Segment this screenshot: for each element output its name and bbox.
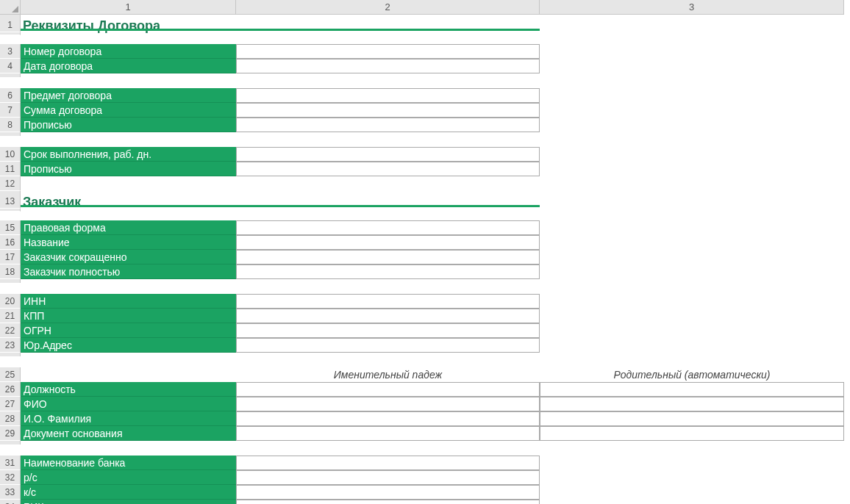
label-full[interactable]: Заказчик полностью <box>21 264 236 279</box>
label-bank-name[interactable]: Наименование банка <box>21 456 236 470</box>
row-header-29[interactable]: 29 <box>0 426 21 441</box>
row-spacer-24 <box>0 353 21 356</box>
row-spacer-30 <box>0 441 21 444</box>
section-underline-2 <box>21 205 540 207</box>
label-bik[interactable]: БИК <box>21 500 236 504</box>
row-header-3[interactable]: 3 <box>0 44 21 59</box>
row-header-21[interactable]: 21 <box>0 309 21 323</box>
section-underline-1 <box>21 29 540 31</box>
label-short[interactable]: Заказчик сокращенно <box>21 250 236 264</box>
label-amount-words[interactable]: Прописью <box>21 118 236 132</box>
header-nominative[interactable]: Именительный падеж <box>236 367 540 382</box>
row-header-32[interactable]: 32 <box>0 470 21 485</box>
label-kpp[interactable]: КПП <box>21 309 236 323</box>
input-acct[interactable] <box>236 470 540 485</box>
label-contract-date[interactable]: Дата договора <box>21 59 236 73</box>
label-deadline[interactable]: Срок выполнения, раб. дн. <box>21 147 236 162</box>
input-amount[interactable] <box>236 103 540 118</box>
input-legal-form[interactable] <box>236 220 540 235</box>
row-header-11[interactable]: 11 <box>0 162 21 176</box>
select-all-corner[interactable] <box>0 0 21 15</box>
row-header-34[interactable]: 34 <box>0 500 21 504</box>
label-amount[interactable]: Сумма договора <box>21 103 236 118</box>
input-basis-doc-gen[interactable] <box>540 426 844 441</box>
row-header-8[interactable]: 8 <box>0 118 21 132</box>
col-header-1[interactable]: 1 <box>21 0 236 15</box>
label-io-surname[interactable]: И.О. Фамилия <box>21 411 236 426</box>
input-full[interactable] <box>236 264 540 279</box>
input-amount-words[interactable] <box>236 118 540 132</box>
input-io-surname-gen[interactable] <box>540 411 844 426</box>
row-spacer-9 <box>0 132 21 136</box>
input-kpp[interactable] <box>236 309 540 323</box>
row-header-27[interactable]: 27 <box>0 397 21 411</box>
label-corr-acct[interactable]: к/с <box>21 485 236 500</box>
col-header-3[interactable]: 3 <box>540 0 844 15</box>
row-spacer-19 <box>0 279 21 283</box>
row-spacer-5 <box>0 73 21 77</box>
row-header-28[interactable]: 28 <box>0 411 21 426</box>
label-addr[interactable]: Юр.Адрес <box>21 338 236 353</box>
input-addr[interactable] <box>236 338 540 353</box>
row-header-12[interactable]: 12 <box>0 176 21 191</box>
input-contract-no[interactable] <box>236 44 540 59</box>
input-position-gen[interactable] <box>540 382 844 397</box>
row-header-33[interactable]: 33 <box>0 485 21 500</box>
row-header-18[interactable]: 18 <box>0 264 21 279</box>
input-bank-name[interactable] <box>236 456 540 470</box>
input-io-surname-nom[interactable] <box>236 411 540 426</box>
row-header-17[interactable]: 17 <box>0 250 21 264</box>
row-header-23[interactable]: 23 <box>0 338 21 353</box>
input-corr-acct[interactable] <box>236 485 540 500</box>
input-basis-doc-nom[interactable] <box>236 426 540 441</box>
row-header-20[interactable]: 20 <box>0 294 21 309</box>
label-legal-form[interactable]: Правовая форма <box>21 220 236 235</box>
label-basis-doc[interactable]: Документ основания <box>21 426 236 441</box>
input-name[interactable] <box>236 235 540 250</box>
input-fio-gen[interactable] <box>540 397 844 411</box>
input-bik[interactable] <box>236 500 540 504</box>
spreadsheet-grid: 1 2 3 1 Реквизиты Договора 3 Номер догов… <box>0 0 850 504</box>
label-position[interactable]: Должность <box>21 382 236 397</box>
row-header-25[interactable]: 25 <box>0 367 21 382</box>
label-subject[interactable]: Предмет договора <box>21 88 236 103</box>
row-header-16[interactable]: 16 <box>0 235 21 250</box>
label-fio[interactable]: ФИО <box>21 397 236 411</box>
label-ogrn[interactable]: ОГРН <box>21 323 236 338</box>
row-spacer-14 <box>0 206 21 209</box>
label-contract-no[interactable]: Номер договора <box>21 44 236 59</box>
input-inn[interactable] <box>236 294 540 309</box>
row-header-22[interactable]: 22 <box>0 323 21 338</box>
input-short[interactable] <box>236 250 540 264</box>
input-deadline-words[interactable] <box>236 162 540 176</box>
row-header-15[interactable]: 15 <box>0 220 21 235</box>
input-fio-nom[interactable] <box>236 397 540 411</box>
label-name[interactable]: Название <box>21 235 236 250</box>
label-deadline-words[interactable]: Прописью <box>21 162 236 176</box>
row-header-6[interactable]: 6 <box>0 88 21 103</box>
input-deadline[interactable] <box>236 147 540 162</box>
header-genitive[interactable]: Родительный (автоматически) <box>540 367 844 382</box>
input-ogrn[interactable] <box>236 323 540 338</box>
row-header-10[interactable]: 10 <box>0 147 21 162</box>
row-header-7[interactable]: 7 <box>0 103 21 118</box>
row-header-31[interactable]: 31 <box>0 456 21 470</box>
col-header-2[interactable]: 2 <box>236 0 540 15</box>
row-header-4[interactable]: 4 <box>0 59 21 73</box>
input-subject[interactable] <box>236 88 540 103</box>
row-header-26[interactable]: 26 <box>0 382 21 397</box>
input-contract-date[interactable] <box>236 59 540 73</box>
input-position-nom[interactable] <box>236 382 540 397</box>
row-header-spacer-a <box>0 29 21 32</box>
label-acct[interactable]: р/с <box>21 470 236 485</box>
label-inn[interactable]: ИНН <box>21 294 236 309</box>
